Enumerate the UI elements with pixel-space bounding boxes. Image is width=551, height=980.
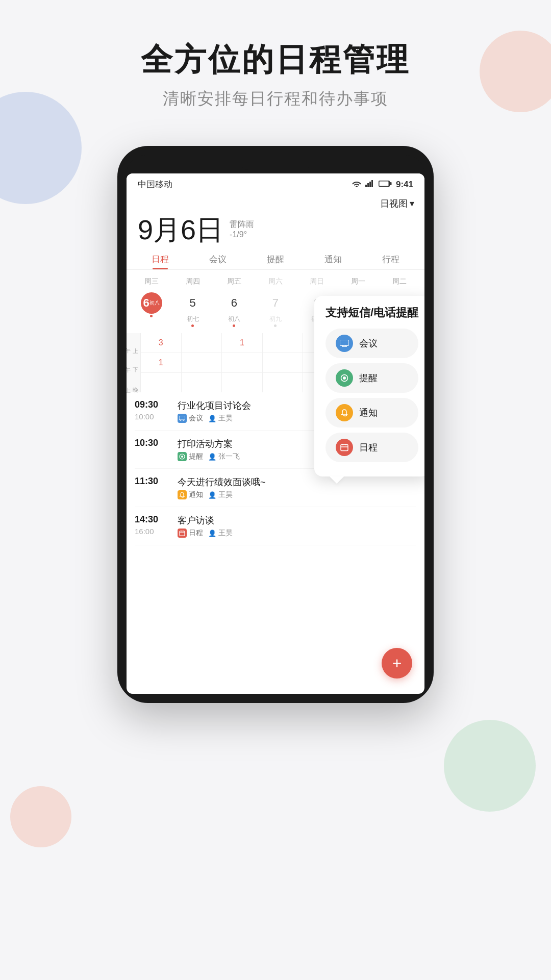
action-icon-schedule — [336, 439, 353, 456]
count-cell-3-3: - — [222, 373, 263, 392]
date-cell-5[interactable]: 5 初七 — [172, 290, 213, 329]
wifi-icon — [352, 180, 361, 190]
meeting-badge-icon — [178, 414, 187, 423]
event-start-1: 09:30 — [135, 399, 170, 410]
action-label-meeting: 会议 — [359, 337, 378, 349]
svg-rect-6 — [379, 182, 388, 186]
signal-icon — [365, 180, 374, 190]
count-cell-2-1: 1 — [141, 353, 182, 372]
phone-frame: 中国移动 9:41 日视图 ▾ — [117, 146, 434, 703]
phone-screen: 中国移动 9:41 日视图 ▾ — [127, 173, 424, 694]
weekday-sat: 周六 — [255, 275, 296, 288]
tab-schedule[interactable]: 日程 — [132, 248, 189, 269]
person-name-2: 张一飞 — [218, 452, 240, 461]
event-type-reminder: 提醒 — [178, 452, 203, 461]
date-header: 9月6日 雷阵雨 -1/9° — [127, 212, 424, 245]
event-end-1: 10:00 — [135, 412, 170, 421]
event-item-4[interactable]: 14:30 16:00 客户访谈 日程 — [135, 507, 416, 545]
svg-rect-14 — [341, 445, 348, 451]
date-num-6-today: 6初八 — [141, 292, 162, 314]
lunar-6: 初八 — [228, 315, 240, 323]
svg-rect-0 — [365, 185, 367, 187]
weekday-wed: 周三 — [131, 275, 172, 288]
date-cell-6[interactable]: 6 初八 — [213, 290, 255, 329]
svg-rect-1 — [367, 183, 369, 187]
view-selector-btn[interactable]: 日视图 ▾ — [380, 197, 414, 210]
count-cell-1-1: 3 — [141, 333, 182, 353]
notification-type-label: 通知 — [189, 490, 203, 499]
event-time-3: 11:30 — [135, 476, 170, 499]
phone-notch-area — [127, 155, 424, 173]
event-meta-4: 日程 👤 王昊 — [178, 529, 416, 538]
svg-rect-3 — [371, 180, 373, 187]
date-weather: 雷阵雨 -1/9° — [230, 219, 254, 243]
event-type-notification: 通知 — [178, 490, 203, 499]
person-icon-1: 👤 — [208, 415, 216, 422]
side-afternoon: 下午 — [127, 353, 140, 373]
svg-point-9 — [181, 456, 183, 458]
weekday-tue: 周二 — [379, 275, 420, 288]
person-name-3: 王昊 — [218, 490, 233, 499]
event-person-1: 👤 王昊 — [208, 414, 233, 423]
count-cell-3-1: - — [141, 373, 182, 392]
count-cell-1-4: - — [263, 333, 304, 353]
count-cell-1-3: 1 — [222, 333, 263, 353]
event-time-2: 10:30 — [135, 438, 170, 461]
event-end-4: 16:00 — [135, 527, 170, 536]
view-selector-label: 日视图 — [380, 197, 408, 210]
count-cell-1-2: - — [182, 333, 222, 353]
event-meta-3: 通知 👤 王昊 — [178, 490, 416, 499]
date-cell-7[interactable]: 7 初九 — [255, 290, 296, 329]
svg-rect-7 — [179, 416, 185, 420]
count-cell-2-3: - — [222, 353, 263, 372]
schedule-type-label: 日程 — [189, 529, 203, 538]
date-num-6: 6 — [223, 292, 245, 314]
tab-meeting[interactable]: 会议 — [189, 248, 247, 269]
action-btn-notification[interactable]: 通知 — [325, 398, 418, 428]
view-selector[interactable]: 日视图 ▾ — [127, 193, 424, 212]
svg-rect-10 — [180, 531, 185, 536]
person-icon-4: 👤 — [208, 530, 216, 537]
tab-reminder[interactable]: 提醒 — [247, 248, 305, 269]
action-btn-reminder[interactable]: 提醒 — [325, 363, 418, 393]
dot-5 — [191, 324, 194, 327]
person-name-4: 王昊 — [218, 529, 233, 538]
date-cell-6-today[interactable]: 6初八 — [131, 290, 172, 329]
date-num-5: 5 — [182, 292, 204, 314]
bg-decoration-green — [444, 720, 536, 812]
action-btn-schedule[interactable]: 日程 — [325, 433, 418, 462]
bg-decoration-salmon — [10, 786, 71, 847]
svg-rect-11 — [340, 340, 349, 345]
side-labels: 上午 下午 晚上 — [127, 333, 141, 392]
action-label-notification: 通知 — [359, 407, 378, 419]
event-detail-4: 客户访谈 日程 👤 王昊 — [178, 514, 416, 538]
schedule-badge-icon — [178, 529, 187, 538]
event-time-4: 14:30 16:00 — [135, 514, 170, 538]
svg-point-13 — [343, 376, 346, 380]
phone-wrapper: 中国移动 9:41 日视图 ▾ — [0, 146, 551, 703]
event-person-4: 👤 王昊 — [208, 529, 233, 538]
svg-rect-5 — [390, 182, 391, 185]
person-name-1: 王昊 — [218, 414, 233, 423]
fab-add-button[interactable]: + — [382, 648, 412, 679]
lunar-5: 初七 — [187, 315, 199, 323]
tab-itinerary[interactable]: 行程 — [362, 248, 419, 269]
weekday-thu: 周四 — [172, 275, 213, 288]
side-evening: 晚上 — [127, 373, 140, 393]
action-btn-meeting[interactable]: 会议 — [325, 329, 418, 358]
tooltip-box: 支持短信/电话提醒 会议 提醒 — [314, 296, 424, 476]
count-cell-2-2: - — [182, 353, 222, 372]
tooltip-popup: 支持短信/电话提醒 会议 提醒 — [314, 296, 424, 476]
phone-notch — [240, 159, 311, 170]
carrier-text: 中国移动 — [138, 179, 172, 190]
count-cell-3-2: - — [182, 373, 222, 392]
weather-desc: 雷阵雨 — [230, 219, 254, 230]
main-title: 全方位的日程管理 — [0, 41, 551, 79]
tooltip-tail — [330, 476, 344, 484]
event-type-schedule: 日程 — [178, 529, 203, 538]
meeting-type-label: 会议 — [189, 414, 203, 423]
action-icon-meeting — [336, 335, 353, 352]
tab-notification[interactable]: 通知 — [304, 248, 362, 269]
reminder-badge-icon — [178, 452, 187, 461]
weekday-mon: 周一 — [338, 275, 379, 288]
